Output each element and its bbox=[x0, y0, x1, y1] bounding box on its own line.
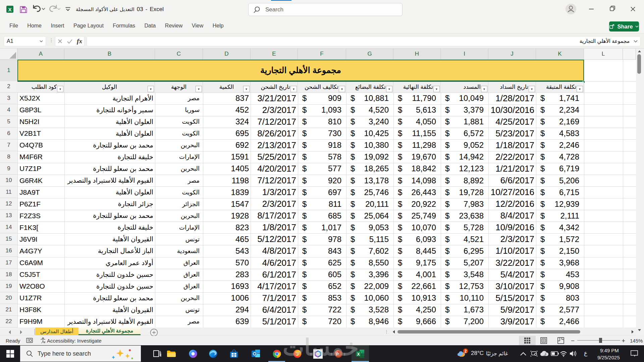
svg-text:2: 2 bbox=[465, 349, 467, 354]
